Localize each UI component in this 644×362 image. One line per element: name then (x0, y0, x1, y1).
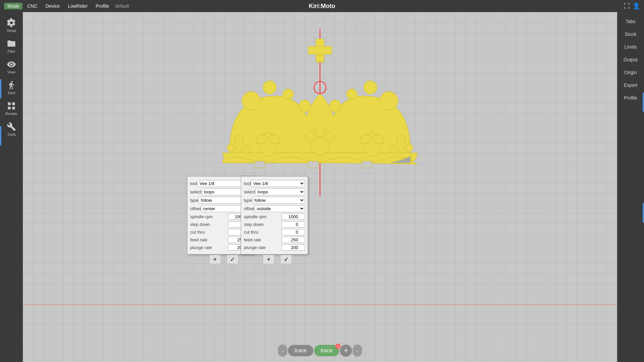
svg-point-16 (390, 145, 398, 154)
crown-model (203, 29, 437, 196)
panel1-add-button[interactable]: + (209, 255, 221, 264)
panel2-feedrate-label: feed rate (244, 237, 261, 242)
sidebar-item-render[interactable]: Render (1, 99, 21, 118)
top-menu: Mode CNC Device LowRider Profile default (4, 3, 129, 9)
panel1-spindle-label: spindle rpm (190, 214, 213, 219)
svg-point-10 (299, 100, 311, 112)
panel2-cutthru-row: cut thru (244, 228, 305, 236)
right-item-stock[interactable]: Stock (619, 28, 643, 40)
panel2-tool-label: tool (244, 181, 251, 186)
panel2-spindle-input[interactable] (281, 214, 305, 220)
panel2-cutthru-label: cut thru (244, 230, 258, 235)
menu-mode[interactable]: Mode (4, 3, 22, 9)
sidebar-highlight-setup (0, 79, 1, 99)
right-item-expert[interactable]: Expert (619, 79, 643, 91)
panel1-type-label: type (190, 198, 199, 203)
svg-rect-28 (255, 161, 265, 168)
sidebar-item-files[interactable]: Files (1, 36, 21, 56)
panel2-spindle-label: spindle rpm (244, 214, 266, 219)
panel2-plungerate-row: plunge rate (244, 244, 305, 251)
menu-lowrider[interactable]: LowRider (64, 3, 91, 9)
panel1-tool-label: tool (190, 181, 197, 186)
panel2-stepdown-input[interactable] (281, 221, 305, 228)
panel2-select-row: select loopspathsall (244, 188, 305, 196)
right-item-output[interactable]: Output (619, 54, 643, 66)
user-icon[interactable]: 👤 (633, 2, 640, 10)
sidebar-label-files: Files (7, 49, 15, 53)
right-item-profile[interactable]: Profile (619, 92, 643, 104)
top-bar: Mode CNC Device LowRider Profile default… (0, 0, 644, 12)
panel1-offset-label: offset (190, 206, 201, 211)
sidebar-item-setup[interactable]: Setup (1, 15, 21, 35)
fullscreen-icon[interactable]: ⛶ (624, 3, 630, 10)
top-bar-right: ⛶ 👤 (624, 2, 640, 10)
panel2-feedrate-row: feed rate (244, 236, 305, 244)
svg-point-6 (283, 89, 293, 100)
panel1-select-label: select (190, 189, 202, 194)
menu-cnc[interactable]: CNC (24, 3, 41, 9)
right-item-limits[interactable]: Limits (619, 41, 643, 53)
menu-device[interactable]: Device (42, 3, 63, 9)
panel2-tool-select[interactable]: Vee 1/8 (251, 180, 305, 187)
sidebar-item-view[interactable]: View (1, 57, 21, 76)
sidebar-highlight-view (0, 126, 1, 145)
panel2-add-button[interactable]: + (263, 255, 275, 264)
tab-scroll-left[interactable]: ‹ (278, 345, 287, 357)
svg-point-27 (315, 124, 325, 138)
sidebar-label-tools: Tools (7, 132, 16, 136)
svg-point-7 (379, 92, 398, 110)
horizontal-guide (23, 305, 617, 305)
panel2-select-select[interactable]: loopspathsall (255, 188, 305, 195)
panel1-stepdown-label: step down (190, 222, 210, 227)
panel2-offset-label: offset (244, 206, 255, 211)
tab-scroll-right[interactable]: › (353, 345, 362, 357)
svg-point-15 (396, 135, 406, 144)
panel2-type-select[interactable]: followengrave (252, 197, 305, 204)
panel-2: tool Vee 1/8 select loopspathsall type f… (241, 176, 308, 254)
svg-rect-29 (308, 161, 318, 168)
svg-point-5 (263, 81, 276, 94)
tab-trace2-label: trace (321, 348, 333, 353)
panel2-cutthru-input[interactable] (281, 229, 305, 235)
tab-trace2[interactable]: trace × (314, 345, 339, 356)
svg-rect-30 (362, 161, 372, 168)
sidebar-label-view: View (7, 70, 15, 74)
bottom-tabs: ‹ trace trace × + › (278, 345, 362, 357)
panel1-feedrate-label: feed rate (190, 237, 207, 242)
panel2-stepdown-row: step down (244, 221, 305, 228)
panel1-cutthru-label: cut thru (190, 230, 205, 235)
panel1-confirm-button[interactable]: ✓ (226, 255, 238, 264)
tab-close-button[interactable]: × (335, 344, 341, 349)
right-item-origin[interactable]: Origin (619, 66, 643, 78)
panel2-feedrate-input[interactable] (281, 237, 305, 243)
panel2-plungerate-input[interactable] (281, 244, 305, 251)
tab-add-button[interactable]: + (340, 345, 352, 357)
panel2-actions: + ✓ (244, 253, 311, 264)
panel1-plungerate-label: plunge rate (190, 245, 212, 250)
left-sidebar: Setup Files View Start Render Tools (0, 12, 23, 362)
menu-profile[interactable]: Profile (92, 3, 112, 9)
svg-point-11 (329, 100, 341, 112)
panel2-spindle-row: spindle rpm (244, 213, 305, 221)
panel2-offset-row: offset centerinsideoutside (244, 204, 305, 213)
panel2-plungerate-label: plunge rate (244, 245, 266, 250)
right-highlight-1 (643, 93, 644, 112)
right-item-tabs[interactable]: Tabs (619, 15, 643, 27)
tab-trace1[interactable]: trace (288, 345, 313, 356)
panel2-offset-select[interactable]: centerinsideoutside (255, 205, 305, 212)
sidebar-label-setup: Setup (7, 28, 16, 33)
svg-point-14 (227, 144, 235, 152)
right-sidebar: Tabs Stock Limits Output Origin Expert P… (617, 12, 644, 362)
svg-point-9 (346, 89, 357, 100)
app-title: Kiri:Moto (309, 3, 335, 10)
svg-point-12 (234, 135, 244, 144)
canvas-area[interactable]: tool Vee 1/8 select loopspathsall type f… (23, 12, 617, 362)
panel2-confirm-button[interactable]: ✓ (280, 255, 292, 264)
panel2-type-row: type followengrave (244, 196, 305, 204)
svg-point-8 (364, 81, 377, 94)
panel2-type-label: type (244, 198, 252, 203)
panel2-tool-row: tool Vee 1/8 (244, 179, 305, 188)
sidebar-item-start[interactable]: Start (1, 78, 21, 97)
sidebar-label-start: Start (7, 91, 15, 95)
sidebar-item-tools[interactable]: Tools (1, 119, 21, 139)
